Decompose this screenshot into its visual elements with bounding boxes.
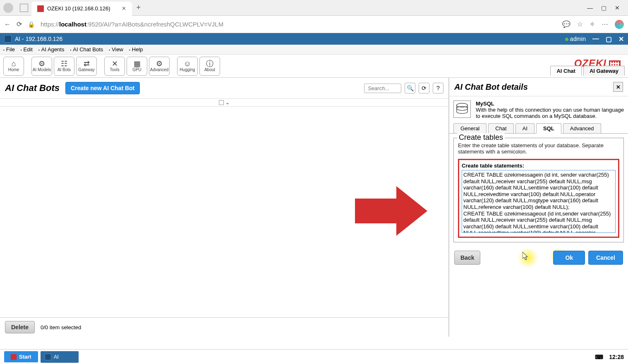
details-pane: AI Chat Bot details ✕ MySQL With the hel… (449, 78, 628, 337)
new-tab-button[interactable]: + (136, 3, 141, 12)
left-footer: Delete 0/0 item selected (0, 317, 448, 337)
refresh-list-icon[interactable]: ⟳ (419, 83, 429, 93)
tab-title: OZEKI 10 (192.168.0.126) (47, 5, 110, 12)
cancel-button[interactable]: Cancel (588, 251, 623, 265)
menu-help[interactable]: Help (129, 46, 143, 53)
search-icon[interactable]: 🔍 (405, 83, 415, 93)
search-input[interactable] (364, 84, 401, 93)
about-button[interactable]: ⓘAbout (199, 57, 220, 76)
close-details-icon[interactable]: ✕ (613, 82, 623, 92)
favorite-icon[interactable]: ☆ (577, 20, 583, 28)
back-button[interactable]: Back (454, 251, 480, 265)
tab-chat[interactable]: Chat (488, 123, 513, 133)
left-header: AI Chat Bots Create new AI Chat Bot 🔍 ⟳ … (0, 78, 448, 99)
menu-view[interactable]: View (109, 46, 123, 53)
address-bar: ← ⟳ 🔒 https://localhost:9520/AI/?a=AIBot… (0, 16, 628, 33)
url-field[interactable]: https://localhost:9520/AI/?a=AIBots&ncre… (41, 21, 556, 28)
gpu-icon: ▦ (134, 60, 141, 67)
fieldset-desc: Enter the create table statements of you… (458, 142, 619, 155)
workspaces-icon[interactable] (20, 4, 28, 12)
status-dot-icon (565, 38, 568, 41)
sql-label: Create table statements: (462, 163, 616, 169)
task-icon (45, 354, 51, 360)
create-tables-fieldset: Create tables Enter the create table sta… (453, 138, 624, 242)
home-button[interactable]: ⌂Home (3, 57, 24, 76)
app-minimize-icon[interactable]: — (592, 35, 599, 43)
dropdown-icon[interactable]: ⌄ (225, 100, 230, 105)
keyboard-icon[interactable]: ⌨ (595, 354, 603, 360)
collections-icon[interactable]: ✧ (590, 20, 595, 28)
gear-icon: ⚙ (38, 60, 45, 67)
app-icon (4, 35, 12, 43)
close-window-icon[interactable]: ✕ (615, 5, 620, 11)
tab-advanced[interactable]: Advanced (563, 123, 601, 133)
menu-edit[interactable]: Edit (21, 46, 33, 53)
clock: 12:28 (609, 354, 624, 360)
svg-marker-2 (355, 186, 427, 236)
app-titlebar: AI - 192.168.0.126 admin — ▢ ✕ (0, 33, 628, 45)
tab-ai-gateway[interactable]: AI Gateway (583, 66, 625, 76)
menu-ai-agents[interactable]: AI Agents (38, 46, 64, 53)
copilot-icon[interactable] (615, 20, 624, 29)
page-title: AI Chat Bots (5, 83, 60, 93)
lock-icon[interactable]: 🔒 (28, 21, 35, 28)
cursor-icon (523, 252, 529, 260)
window-controls: — ▢ ✕ (587, 5, 628, 11)
tab-ai[interactable]: AI (515, 123, 535, 133)
tab-general[interactable]: General (453, 123, 487, 133)
create-chatbot-button[interactable]: Create new AI Chat Bot (65, 82, 140, 94)
home-icon: ⌂ (12, 60, 16, 67)
browser-tab[interactable]: OZEKI 10 (192.168.0.126) ✕ (31, 2, 132, 16)
help-icon[interactable]: ? (433, 83, 443, 93)
info-icon: ⓘ (206, 60, 213, 67)
menu-ai-chat-bots[interactable]: AI Chat Bots (70, 46, 103, 53)
close-tab-icon[interactable]: ✕ (122, 5, 126, 12)
details-title: AI Chat Bot details (454, 82, 528, 92)
app-title: AI - 192.168.0.126 (15, 36, 62, 42)
app-close-icon[interactable]: ✕ (618, 35, 624, 43)
app-maximize-icon[interactable]: ▢ (606, 35, 612, 43)
ai-models-button[interactable]: ⚙AI Models (31, 57, 52, 76)
tools-icon: ✕ (112, 60, 118, 67)
menu-file[interactable]: File (3, 46, 15, 53)
browser-titlebar: OZEKI 10 (192.168.0.126) ✕ + — ▢ ✕ (0, 0, 628, 16)
tab-sql[interactable]: SQL (536, 123, 561, 134)
fieldset-legend: Create tables (457, 133, 505, 142)
maximize-icon[interactable]: ▢ (601, 5, 606, 11)
annotation-arrow (355, 186, 429, 236)
minimize-icon[interactable]: — (587, 5, 593, 11)
start-grid-icon (11, 354, 17, 360)
hugging-button[interactable]: ☺Hugging (177, 57, 198, 76)
task-item-ai[interactable]: AI (41, 351, 79, 363)
connection-name: MySQL (476, 101, 494, 107)
tools-button[interactable]: ✕Tools (104, 57, 125, 76)
sql-textarea[interactable] (462, 170, 616, 233)
connection-info: MySQL With the help of this connection y… (449, 96, 628, 123)
list-header-row: ⌄ (0, 99, 448, 107)
taskbar: Start AI ⌨ 12:28 (0, 349, 628, 364)
back-icon[interactable]: ← (4, 21, 11, 28)
menu-icon[interactable]: ⋯ (602, 20, 608, 28)
ai-bots-button[interactable]: ☷AI Bots (54, 57, 74, 76)
details-header: AI Chat Bot details ✕ (449, 78, 628, 96)
bots-icon: ☷ (61, 60, 67, 67)
tab-ai-chat[interactable]: AI Chat (550, 66, 582, 76)
database-icon (453, 101, 471, 118)
chat-icon[interactable]: 💬 (562, 20, 570, 28)
connection-desc: With the help of this connection you can… (476, 107, 624, 119)
refresh-icon[interactable]: ⟳ (17, 20, 22, 28)
checkbox-icon[interactable] (219, 100, 224, 105)
gpu-button[interactable]: ▦GPU (127, 57, 147, 76)
gear-icon: ⚙ (156, 60, 163, 67)
ok-button[interactable]: Ok (553, 251, 585, 265)
toolbar: ⌂Home ⚙AI Models ☷AI Bots ⇄Gateway ✕Tool… (0, 55, 628, 78)
advanced-button[interactable]: ⚙Advanced (149, 57, 170, 76)
menubar: File Edit AI Agents AI Chat Bots View He… (0, 45, 628, 55)
gateway-icon: ⇄ (84, 60, 90, 67)
profile-icon[interactable] (3, 3, 13, 13)
right-tabs: AI Chat AI Gateway (550, 66, 625, 76)
gateway-button[interactable]: ⇄Gateway (76, 57, 97, 76)
user-label[interactable]: admin (565, 36, 586, 42)
delete-button[interactable]: Delete (5, 321, 35, 333)
start-button[interactable]: Start (4, 351, 38, 362)
